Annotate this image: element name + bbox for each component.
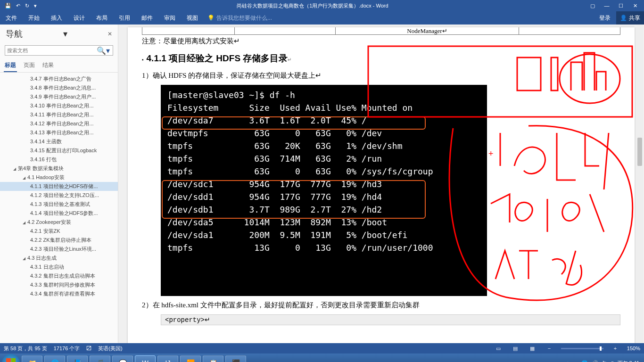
qat-dropdown-icon[interactable]: ▾ bbox=[34, 3, 37, 9]
nav-item[interactable]: 4.2.1 安装ZK bbox=[0, 227, 118, 236]
zoom-slider[interactable] bbox=[561, 348, 603, 349]
nav-search[interactable]: 🔍▾ bbox=[5, 45, 113, 56]
document-area[interactable]: NodeManager↵ 注意：尽量使用离线方式安装↵ 4.1.1 项目经验之 … bbox=[118, 25, 644, 343]
tab-mail[interactable]: 邮件 bbox=[136, 11, 158, 25]
nav-item[interactable]: 3.4.8 事件日志Bean之消息... bbox=[0, 83, 118, 92]
save-icon[interactable]: 💾 bbox=[5, 3, 11, 9]
tray-clock[interactable]: 下午 3:41 bbox=[618, 360, 639, 362]
tab-file[interactable]: 文件 bbox=[0, 11, 23, 25]
tab-references[interactable]: 引用 bbox=[113, 11, 136, 25]
terminal-screenshot: [master@slave03 ~]$ df -h Filesystem Siz… bbox=[161, 85, 487, 296]
nav-item[interactable]: 4.1.3 项目经验之基准测试 bbox=[0, 200, 118, 209]
titlebar: 💾 ↶ ↻ ▾ 尚硅谷大数据项目之电商数仓（1用户行为数据采集）.docx - … bbox=[0, 0, 644, 11]
tab-insert[interactable]: 插入 bbox=[45, 11, 68, 25]
nav-item[interactable]: 3.4.16 打包 bbox=[0, 155, 118, 164]
search-input[interactable] bbox=[5, 48, 94, 53]
nav-item[interactable]: 4.3.3 集群时间同步修改脚本 bbox=[0, 280, 118, 289]
view-print-icon[interactable]: ▤ bbox=[510, 346, 520, 352]
tab-review[interactable]: 审阅 bbox=[158, 11, 181, 25]
nav-item[interactable]: 3.4.9 事件日志Bean之用户... bbox=[0, 92, 118, 101]
view-read-icon[interactable]: ▭ bbox=[493, 346, 504, 352]
nav-item[interactable]: 第4章 数据采集模块 bbox=[0, 164, 118, 173]
bulb-icon: 💡 bbox=[207, 15, 215, 21]
maximize-icon[interactable]: ☐ bbox=[616, 3, 626, 9]
nav-item[interactable]: 4.1.4 项目经验之HDFS参数... bbox=[0, 209, 118, 218]
status-wordcount[interactable]: 17176 个字 bbox=[54, 345, 80, 352]
code-box: <property>↵ bbox=[161, 314, 620, 325]
nav-item[interactable]: 4.3.4 集群所有讲程查看脚本 bbox=[0, 289, 118, 298]
window-title: 尚硅谷大数据项目之电商数仓（1用户行为数据采集）.docx - Word bbox=[41, 2, 584, 9]
nav-item[interactable]: 4.1.1 项目经验之HDFS存储... bbox=[0, 182, 118, 191]
redo-icon[interactable]: ↻ bbox=[25, 3, 29, 9]
nav-item[interactable]: 4.3 日志生成 bbox=[0, 254, 118, 263]
nav-close-icon[interactable]: ✕ bbox=[107, 31, 112, 37]
system-tray: ▲ ● 🌐 🔊 🏳 ▯ 下午 3:41 bbox=[565, 360, 642, 362]
tray-volume-icon[interactable]: 🔊 bbox=[592, 360, 598, 362]
taskbar-ide-icon[interactable]: IJ bbox=[157, 355, 178, 362]
scrollbar-thumb[interactable] bbox=[637, 138, 642, 166]
nav-item[interactable]: 3.4.10 事件日志Bean之用... bbox=[0, 101, 118, 110]
tray-battery-icon[interactable]: ▯ bbox=[611, 360, 614, 362]
taskbar-app5-icon[interactable]: ⬛ bbox=[225, 355, 246, 362]
status-bar: 第 58 页，共 95 页 17176 个字 〼 英语(美国) ▭ ▤ ▦ − … bbox=[0, 343, 644, 354]
nav-item[interactable]: 4.1.2 项目经验之支持LZO压... bbox=[0, 191, 118, 200]
tab-layout[interactable]: 布局 bbox=[91, 11, 113, 25]
nav-tab-results[interactable]: 结果 bbox=[41, 59, 55, 72]
status-language[interactable]: 英语(美国) bbox=[98, 345, 122, 352]
taskbar-browser-icon[interactable]: 🌐 bbox=[44, 355, 65, 362]
nav-item[interactable]: 3.4.13 事件日志Bean之用... bbox=[0, 128, 118, 137]
tray-flag-icon[interactable]: 🏳 bbox=[602, 360, 607, 362]
start-button[interactable] bbox=[2, 354, 20, 362]
tell-me[interactable]: 💡告诉我您想要做什么... bbox=[204, 14, 272, 22]
zoom-in-icon[interactable]: + bbox=[610, 346, 620, 351]
status-proof-icon[interactable]: 〼 bbox=[86, 346, 91, 351]
tab-design[interactable]: 设计 bbox=[68, 11, 91, 25]
nav-item[interactable]: 4.3.1 日志启动 bbox=[0, 263, 118, 272]
tray-network-icon[interactable]: 🌐 bbox=[581, 360, 588, 362]
nav-item[interactable]: 4.2.3 项目经验之Linux环境... bbox=[0, 245, 118, 254]
undo-icon[interactable]: ↶ bbox=[16, 3, 20, 9]
share-icon: 👤 bbox=[620, 15, 627, 21]
table-fragment: NodeManager↵ bbox=[142, 27, 620, 35]
taskbar-explorer-icon[interactable]: 📁 bbox=[22, 355, 42, 362]
scrollbar[interactable] bbox=[636, 25, 643, 343]
nav-title: 导航▾✕ bbox=[0, 25, 118, 43]
nav-item[interactable]: 3.4.7 事件日志Bean之广告 bbox=[0, 74, 118, 83]
tab-home[interactable]: 开始 bbox=[23, 11, 45, 25]
nav-item[interactable]: 3.4.12 事件日志Bean之用... bbox=[0, 119, 118, 128]
taskbar-word-icon[interactable]: W bbox=[135, 355, 156, 362]
zoom-level[interactable]: 150% bbox=[627, 346, 640, 351]
nav-tab-headings[interactable]: 标题 bbox=[4, 59, 17, 72]
nav-item[interactable]: 4.2.2 ZK集群启动停止脚本 bbox=[0, 236, 118, 245]
close-icon[interactable]: ✕ bbox=[630, 3, 640, 9]
ribbon-tabs: 文件 开始 插入 设计 布局 引用 邮件 审阅 视图 💡告诉我您想要做什么...… bbox=[0, 11, 644, 25]
navigation-pane: 导航▾✕ 🔍▾ 标题 页面 结果 3.4.7 事件日志Bean之广告3.4.8 … bbox=[0, 25, 118, 343]
nav-tree: 3.4.7 事件日志Bean之广告3.4.8 事件日志Bean之消息...3.4… bbox=[0, 73, 118, 343]
nav-tab-pages[interactable]: 页面 bbox=[23, 59, 36, 72]
share-button[interactable]: 👤共享 bbox=[616, 11, 644, 25]
ribbon-options-icon[interactable]: ▢ bbox=[587, 3, 598, 9]
nav-minimize-icon[interactable]: ▾ bbox=[63, 29, 67, 39]
taskbar-app4-icon[interactable]: 📋 bbox=[203, 355, 223, 362]
note-text: 注意：尽量使用离线方式安装↵ bbox=[142, 37, 620, 46]
login-button[interactable]: 登录 bbox=[594, 11, 616, 25]
nav-item[interactable]: 4.2 Zookeeper安装 bbox=[0, 218, 118, 227]
status-page[interactable]: 第 58 页，共 95 页 bbox=[4, 345, 47, 352]
taskbar-app2-icon[interactable]: 📘 bbox=[67, 355, 88, 362]
taskbar-chat-icon[interactable]: 💬 bbox=[112, 355, 133, 362]
tray-record-icon[interactable]: ● bbox=[574, 360, 578, 362]
nav-item[interactable]: 4.3.2 集群日志生成启动脚本 bbox=[0, 272, 118, 280]
tray-up-icon[interactable]: ▲ bbox=[565, 360, 570, 362]
nav-item[interactable]: 3.4.11 事件日志Bean之用... bbox=[0, 110, 118, 119]
nav-item[interactable]: 4.1 Hadoop安装 bbox=[0, 173, 118, 182]
taskbar-app3-icon[interactable]: 🟧 bbox=[180, 355, 201, 362]
nav-item[interactable]: 3.4.14 主函数 bbox=[0, 137, 118, 146]
zoom-out-icon[interactable]: − bbox=[544, 346, 554, 351]
search-icon[interactable]: 🔍▾ bbox=[94, 46, 113, 55]
minimize-icon[interactable]: — bbox=[602, 3, 612, 9]
tab-view[interactable]: 视图 bbox=[181, 11, 204, 25]
taskbar-music-icon[interactable]: 🎵 bbox=[90, 355, 110, 362]
nav-item[interactable]: 3.4.15 配置日志打印Logback bbox=[0, 146, 118, 155]
view-web-icon[interactable]: ▦ bbox=[527, 346, 537, 352]
highlight-box-2 bbox=[162, 180, 426, 219]
